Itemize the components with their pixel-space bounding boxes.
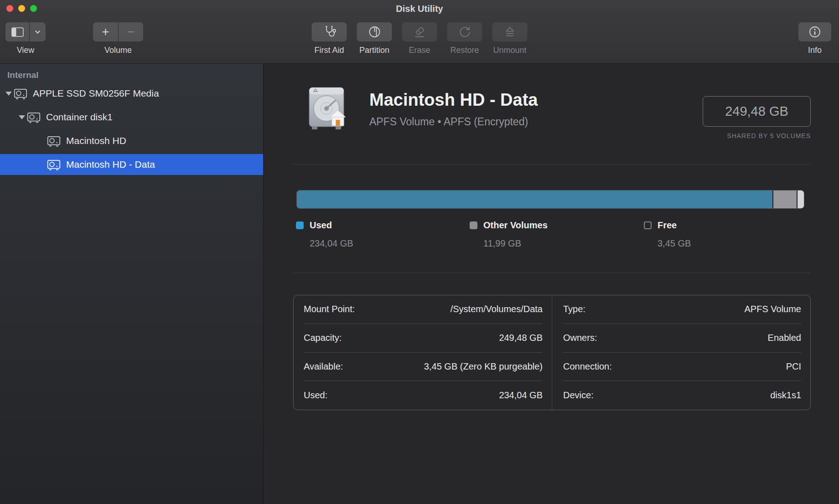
- detail-label: Type:: [563, 304, 585, 314]
- detail-label: Owners:: [563, 333, 597, 343]
- legend-label: Used: [310, 220, 332, 231]
- detail-row-capacity: Capacity: 249,48 GB: [304, 324, 543, 353]
- info-label: Info: [808, 46, 822, 55]
- legend-item-free: Free 3,45 GB: [644, 220, 691, 249]
- chevron-down-icon: [35, 30, 41, 34]
- detail-label: Capacity:: [304, 333, 342, 343]
- partition-icon: [368, 25, 381, 39]
- size-badge: 249,48 GB: [703, 96, 811, 127]
- usage-bar-segment-free: [797, 190, 804, 208]
- detail-value: APFS Volume: [744, 304, 801, 314]
- window-title: Disk Utility: [0, 4, 839, 14]
- add-volume-button[interactable]: +: [93, 22, 118, 41]
- eject-icon: [503, 25, 517, 39]
- shared-by-note: SHARED BY 5 VOLUMES: [727, 132, 811, 139]
- first-aid-label: First Aid: [314, 46, 344, 55]
- sidebar-item-container-disk1[interactable]: Container disk1: [0, 107, 263, 128]
- restore-icon: [458, 25, 471, 39]
- erase-button[interactable]: [402, 22, 437, 41]
- details-table: Mount Point: /System/Volumes/Data Capaci…: [293, 295, 811, 410]
- legend-label: Free: [658, 220, 677, 231]
- legend-swatch: [296, 221, 304, 229]
- restore-button[interactable]: [447, 22, 482, 41]
- erase-icon: [413, 25, 426, 39]
- detail-label: Mount Point:: [304, 304, 355, 314]
- volume-subtitle: APFS Volume • APFS (Encrypted): [369, 116, 528, 128]
- detail-row-owners: Owners: Enabled: [563, 324, 801, 353]
- info-item: Info: [798, 22, 831, 55]
- first-aid-button[interactable]: [312, 22, 347, 41]
- detail-label: Used:: [304, 390, 327, 401]
- legend-item-other-volumes: Other Volumes 11,99 GB: [470, 220, 548, 249]
- detail-row-type: Type: APFS Volume: [563, 295, 801, 324]
- window-header: Disk Utility: [0, 0, 839, 64]
- restore-label: Restore: [450, 46, 479, 55]
- legend-value: 234,04 GB: [310, 238, 353, 249]
- container-icon: [27, 111, 41, 123]
- legend-label: Other Volumes: [483, 220, 548, 231]
- detail-value: 234,04 GB: [499, 390, 543, 401]
- sidebar-item-apple-ssd[interactable]: APPLE SSD SM0256F Media: [0, 83, 263, 104]
- view-item: View: [5, 22, 46, 55]
- detail-value: 249,48 GB: [499, 333, 543, 343]
- disclosure-triangle[interactable]: [17, 115, 27, 119]
- unmount-label: Unmount: [493, 46, 526, 55]
- sidebar-item-label: Container disk1: [46, 112, 113, 123]
- legend-item-used: Used 234,04 GB: [296, 220, 353, 249]
- detail-row-used: Used: 234,04 GB: [304, 381, 543, 410]
- legend-swatch: [644, 221, 652, 229]
- sidebar-item-label: APPLE SSD SM0256F Media: [33, 88, 159, 99]
- erase-label: Erase: [409, 46, 430, 55]
- view-label: View: [17, 46, 35, 55]
- volume-drive-icon: [303, 84, 350, 137]
- details-column-right: Type: APFS Volume Owners: Enabled Connec…: [552, 295, 810, 410]
- volume-label: Volume: [104, 46, 132, 55]
- usage-legend: Used 234,04 GB Other Volumes 11,99 GB Fr…: [264, 220, 839, 257]
- usage-bar-segment-used: [297, 190, 772, 208]
- view-dropdown-button[interactable]: [29, 22, 46, 41]
- detail-value: 3,45 GB (Zero KB purgeable): [424, 361, 543, 372]
- sidebar-item-macintosh-hd-data[interactable]: Macintosh HD - Data: [0, 154, 263, 175]
- detail-label: Connection:: [563, 361, 612, 372]
- titlebar: Disk Utility: [0, 0, 839, 17]
- first-aid-item: First Aid: [312, 22, 347, 55]
- volume-icon: [47, 159, 61, 170]
- sidebar: Internal APPLE SSD SM0256F Media Contain…: [0, 64, 264, 504]
- remove-volume-button[interactable]: −: [118, 22, 143, 41]
- detail-row-device: Device: disk1s1: [563, 381, 801, 410]
- details-column-left: Mount Point: /System/Volumes/Data Capaci…: [294, 295, 552, 410]
- detail-row-available: Available: 3,45 GB (Zero KB purgeable): [304, 353, 543, 381]
- detail-row-connection: Connection: PCI: [563, 353, 801, 381]
- detail-row-mount-point: Mount Point: /System/Volumes/Data: [304, 295, 543, 324]
- usage-bar-segment-other-volumes: [772, 190, 797, 208]
- legend-value: 3,45 GB: [658, 238, 691, 249]
- sidebar-item-macintosh-hd[interactable]: Macintosh HD: [0, 130, 263, 151]
- disclosure-triangle[interactable]: [4, 92, 14, 96]
- divider: [293, 273, 811, 273]
- detail-value: Enabled: [768, 333, 801, 343]
- restore-item: Restore: [447, 22, 482, 55]
- detail-value: /System/Volumes/Data: [451, 304, 543, 314]
- divider: [293, 164, 811, 165]
- erase-item: Erase: [402, 22, 437, 55]
- disk-icon: [14, 87, 27, 99]
- volume-item: + − Volume: [93, 22, 143, 55]
- info-icon: [808, 25, 822, 39]
- unmount-item: Unmount: [492, 22, 528, 55]
- view-button[interactable]: [5, 22, 29, 41]
- legend-value: 11,99 GB: [483, 238, 548, 249]
- partition-button[interactable]: [357, 22, 392, 41]
- sidebar-item-label: Macintosh HD - Data: [66, 159, 155, 170]
- sidebar-item-label: Macintosh HD: [66, 135, 126, 146]
- volume-icon: [47, 135, 61, 147]
- legend-swatch: [470, 221, 477, 229]
- volume-title: Macintosh HD - Data: [369, 90, 538, 110]
- info-button[interactable]: [798, 22, 831, 41]
- stethoscope-icon: [322, 25, 337, 39]
- detail-label: Device:: [563, 390, 594, 401]
- sidebar-panel-icon: [11, 27, 24, 37]
- detail-label: Available:: [304, 361, 343, 372]
- main-content: Macintosh HD - Data APFS Volume • APFS (…: [264, 64, 839, 504]
- unmount-button[interactable]: [492, 22, 528, 41]
- minus-icon: −: [127, 26, 135, 38]
